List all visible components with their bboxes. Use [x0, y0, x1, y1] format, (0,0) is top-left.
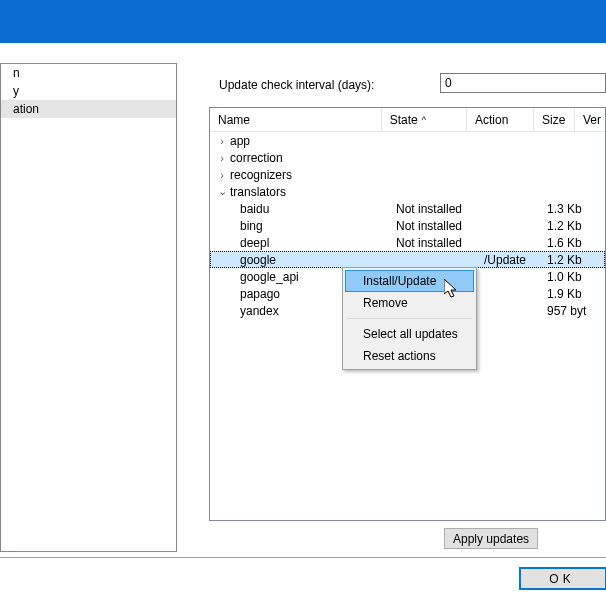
divider — [0, 557, 606, 558]
leaf-state: Not installed — [388, 202, 476, 216]
leaf-name: baidu — [210, 202, 388, 216]
chevron-right-icon[interactable]: › — [216, 152, 228, 164]
context-menu: Install/UpdateRemoveSelect all updatesRe… — [342, 267, 477, 370]
tree-folder-label: translators — [230, 185, 286, 199]
tree-leaf-row[interactable]: deeplNot installed1.6 Kb — [210, 234, 605, 251]
leaf-name: bing — [210, 219, 388, 233]
tree-folder-row[interactable]: ›recognizers — [210, 166, 605, 183]
sidebar-item[interactable]: y — [1, 82, 176, 100]
nav-sidebar: nyation — [0, 63, 177, 552]
apply-updates-button[interactable]: Apply updates — [444, 528, 538, 549]
sidebar-item[interactable]: n — [1, 64, 176, 82]
leaf-name: deepl — [210, 236, 388, 250]
col-action[interactable]: Action — [467, 108, 534, 131]
leaf-size: 1.9 Kb — [545, 287, 587, 301]
leaf-size: 957 byt... — [545, 304, 587, 318]
leaf-size: 1.2 Kb — [545, 253, 587, 267]
table-header[interactable]: Name State^ Action Size Ver — [210, 108, 605, 132]
leaf-state: Not installed — [388, 236, 476, 250]
leaf-size: 1.2 Kb — [545, 219, 587, 233]
col-ver[interactable]: Ver — [575, 108, 605, 131]
chevron-right-icon[interactable]: › — [216, 135, 228, 147]
col-state[interactable]: State^ — [382, 108, 467, 131]
leaf-size: 1.3 Kb — [545, 202, 587, 216]
tree-folder-label: app — [230, 134, 250, 148]
tree-folder-row[interactable]: ⌄translators — [210, 183, 605, 200]
ok-button[interactable]: OK — [520, 568, 606, 589]
interval-label: Update check interval (days): — [219, 78, 374, 92]
chevron-right-icon[interactable]: › — [216, 169, 228, 181]
tree-leaf-row[interactable]: baiduNot installed1.3 Kb — [210, 200, 605, 217]
tree-folder-label: correction — [230, 151, 283, 165]
tree-leaf-row[interactable]: bingNot installed1.2 Kb — [210, 217, 605, 234]
menu-item[interactable]: Select all updates — [345, 323, 474, 345]
menu-item[interactable]: Install/Update — [345, 270, 474, 292]
tree-leaf-row[interactable]: google/Update1.2 Kb — [210, 251, 605, 268]
chevron-down-icon[interactable]: ⌄ — [216, 185, 228, 198]
col-size[interactable]: Size — [534, 108, 575, 131]
leaf-state: Not installed — [388, 219, 476, 233]
leaf-name: google — [210, 253, 388, 267]
leaf-size: 1.6 Kb — [545, 236, 587, 250]
sort-asc-icon: ^ — [422, 115, 426, 125]
tree-folder-row[interactable]: ›app — [210, 132, 605, 149]
menu-separator — [347, 318, 472, 319]
sidebar-item[interactable]: ation — [1, 100, 176, 118]
tree-folder-label: recognizers — [230, 168, 292, 182]
leaf-action: /Update — [476, 253, 545, 267]
window-titlebar — [0, 0, 606, 43]
menu-item[interactable]: Remove — [345, 292, 474, 314]
leaf-size: 1.0 Kb — [545, 270, 587, 284]
interval-input[interactable] — [440, 73, 606, 93]
col-name[interactable]: Name — [210, 108, 382, 131]
tree-folder-row[interactable]: ›correction — [210, 149, 605, 166]
menu-item[interactable]: Reset actions — [345, 345, 474, 367]
